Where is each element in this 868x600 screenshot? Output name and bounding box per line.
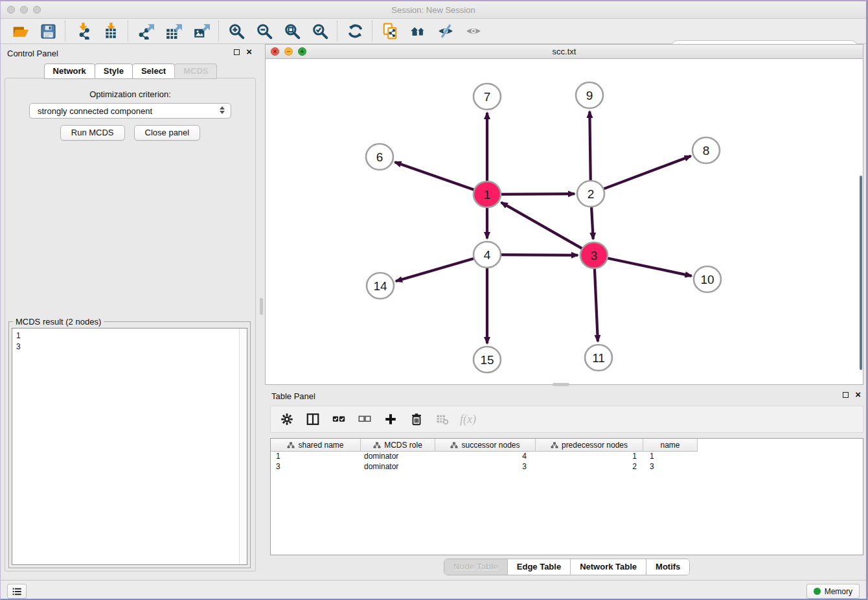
table-row[interactable]: 1dominator411 [271, 452, 863, 462]
edge-2-8[interactable] [602, 156, 691, 190]
export-image-icon[interactable] [187, 20, 215, 42]
copy-network-icon[interactable] [376, 20, 404, 42]
horizontal-splitter-grip[interactable] [553, 383, 569, 386]
table-panel: Table Panel × f(x) shared nameMCDS roles… [265, 387, 868, 580]
node-3[interactable]: 3 [580, 242, 608, 268]
delete-table-icon [434, 411, 451, 428]
run-mcds-button[interactable]: Run MCDS [60, 125, 125, 141]
network-window-titlebar[interactable]: × − + scc.txt [266, 45, 863, 59]
node-9[interactable]: 9 [576, 82, 603, 108]
deselect-all-icon[interactable] [356, 411, 373, 428]
table-header-row: shared nameMCDS rolesuccessor nodesprede… [271, 439, 863, 452]
edge-4-3[interactable] [499, 255, 578, 255]
close-table-panel-icon[interactable]: × [855, 391, 861, 398]
close-panel-icon[interactable]: × [246, 49, 252, 55]
columns-icon[interactable] [304, 411, 321, 428]
select-all-icon[interactable] [330, 411, 347, 428]
network-graph[interactable]: 7968124314101511 [266, 59, 863, 384]
table-row[interactable]: 3dominator323 [271, 462, 863, 472]
node-2[interactable]: 2 [577, 181, 604, 207]
result-scrollbar[interactable] [239, 329, 247, 564]
cell-MCDS-role[interactable]: dominator [361, 452, 435, 462]
criterion-value: strongly connected component [38, 106, 152, 116]
column-header-successor-nodes[interactable]: successor nodes [435, 439, 536, 452]
edge-1-2[interactable] [499, 194, 575, 194]
vertical-splitter-grip[interactable] [260, 298, 263, 315]
column-label: shared name [298, 441, 343, 450]
node-7[interactable]: 7 [474, 84, 501, 110]
memory-button[interactable]: Memory [806, 584, 860, 599]
save-session-icon[interactable] [34, 20, 62, 42]
trash-icon[interactable] [408, 411, 425, 428]
mcds-result-groupbox: MCDS result (2 nodes) 13 [8, 321, 251, 568]
edge-3-1[interactable] [501, 202, 584, 249]
apply-layout-icon[interactable] [341, 20, 369, 42]
edge-2-9[interactable] [589, 111, 590, 182]
tab-edge-table[interactable]: Edge Table [508, 559, 571, 575]
column-label: name [660, 441, 680, 450]
cell-name[interactable]: 3 [643, 462, 698, 472]
network-canvas[interactable]: 7968124314101511 [266, 59, 863, 384]
cell-successor-nodes[interactable]: 4 [435, 452, 536, 462]
column-header-MCDS-role[interactable]: MCDS role [361, 439, 435, 452]
edge-4-14[interactable] [396, 258, 476, 281]
float-panel-icon[interactable] [234, 49, 240, 55]
zoom-out-icon[interactable] [250, 20, 278, 42]
table-toolbar: f(x) [270, 406, 863, 433]
export-network-icon[interactable] [131, 20, 159, 42]
edge-1-6[interactable] [395, 162, 476, 190]
tab-network[interactable]: Network [44, 63, 95, 79]
export-table-icon[interactable] [159, 20, 187, 42]
mcds-result-list[interactable]: 13 [12, 328, 247, 565]
first-neighbors-icon[interactable] [404, 20, 431, 42]
edge-2-3[interactable] [591, 205, 593, 239]
edge-3-10[interactable] [606, 258, 692, 276]
cell-predecessor-nodes[interactable]: 2 [536, 462, 643, 472]
import-network-icon[interactable] [69, 20, 97, 42]
cell-shared-name[interactable]: 1 [271, 452, 361, 462]
add-column-icon[interactable] [382, 411, 399, 428]
cell-predecessor-nodes[interactable]: 1 [536, 452, 643, 462]
task-history-button[interactable] [7, 584, 27, 599]
tab-node-table[interactable]: Node Table [444, 559, 508, 575]
open-file-icon[interactable] [6, 20, 34, 42]
gear-icon[interactable] [279, 411, 295, 428]
node-11[interactable]: 11 [585, 345, 612, 371]
node-15[interactable]: 15 [474, 347, 501, 373]
node-4[interactable]: 4 [474, 242, 501, 268]
tab-select[interactable]: Select [132, 63, 175, 79]
column-label: predecessor nodes [562, 441, 628, 450]
cell-MCDS-role[interactable]: dominator [361, 462, 435, 472]
cell-shared-name[interactable]: 3 [271, 462, 361, 472]
tab-network-table[interactable]: Network Table [571, 559, 646, 575]
zoom-fit-icon[interactable] [278, 20, 306, 42]
network-scrollbar-thumb[interactable] [860, 176, 862, 370]
hide-selected-icon[interactable] [431, 20, 459, 42]
node-8[interactable]: 8 [692, 137, 720, 163]
list-icon [11, 586, 23, 597]
node-10[interactable]: 10 [694, 266, 721, 292]
column-label: successor nodes [461, 441, 520, 450]
tab-style[interactable]: Style [95, 63, 133, 79]
zoom-selected-icon[interactable] [306, 20, 334, 42]
cell-name[interactable]: 1 [643, 452, 698, 462]
cell-successor-nodes[interactable]: 3 [435, 462, 536, 472]
column-mapping-icon [450, 441, 458, 449]
column-header-predecessor-nodes[interactable]: predecessor nodes [536, 439, 643, 452]
application-window: Session: New Session Control Panel × Net… [0, 0, 868, 600]
edge-3-11[interactable] [595, 267, 598, 341]
node-14[interactable]: 14 [367, 273, 394, 299]
tab-mcds[interactable]: MCDS [174, 63, 217, 79]
column-header-shared-name[interactable]: shared name [271, 439, 361, 452]
import-table-icon[interactable] [97, 20, 124, 42]
memory-status-icon [814, 588, 821, 595]
float-table-panel-icon[interactable] [843, 392, 849, 398]
column-header-name[interactable]: name [643, 439, 698, 452]
node-6[interactable]: 6 [366, 144, 393, 170]
close-panel-button[interactable]: Close panel [134, 125, 201, 141]
tab-motifs[interactable]: Motifs [646, 559, 689, 575]
node-1[interactable]: 1 [474, 181, 501, 207]
zoom-in-icon[interactable] [222, 20, 250, 42]
criterion-dropdown[interactable]: strongly connected component [29, 103, 231, 119]
column-mapping-icon [551, 441, 558, 449]
